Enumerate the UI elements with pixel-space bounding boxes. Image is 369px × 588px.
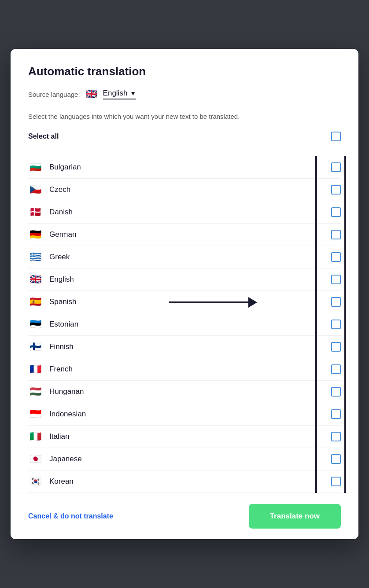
- language-left: 🇮🇩Indonesian: [28, 409, 86, 419]
- language-name: German: [49, 230, 76, 239]
- source-flag-icon: 🇬🇧: [85, 89, 99, 99]
- select-all-label: Select all: [28, 132, 59, 140]
- language-name: Japanese: [49, 455, 82, 463]
- list-item: 🇯🇵Japanese: [28, 448, 341, 470]
- checkbox-hungarian[interactable]: [331, 387, 341, 397]
- checkbox-german[interactable]: [331, 230, 341, 239]
- modal-header: Automatic translation Source language: 🇬…: [11, 49, 358, 156]
- checkbox-finnish[interactable]: [331, 342, 341, 352]
- language-name: Finnish: [49, 342, 74, 351]
- source-language-value: English: [103, 89, 128, 98]
- modal-title: Automatic translation: [28, 65, 341, 78]
- language-list: 🇧🇬Bulgarian🇨🇿Czech🇩🇰Danish🇩🇪German🇬🇷Gree…: [28, 156, 341, 493]
- language-name: Czech: [49, 185, 70, 194]
- flag-icon-bulgarian: 🇧🇬: [28, 162, 42, 172]
- flag-icon-german: 🇩🇪: [28, 230, 42, 239]
- flag-icon-greek: 🇬🇷: [28, 252, 42, 262]
- language-left: 🇰🇷Korean: [28, 477, 74, 486]
- select-all-checkbox[interactable]: [331, 132, 341, 141]
- flag-icon-italian: 🇮🇹: [28, 432, 42, 441]
- language-left: 🇬🇧English: [28, 275, 74, 284]
- language-left: 🇮🇹Italian: [28, 432, 69, 441]
- language-left: 🇫🇮Finnish: [28, 342, 74, 352]
- flag-icon-estonian: 🇪🇪: [28, 320, 42, 329]
- list-item: 🇮🇩Indonesian: [28, 403, 341, 426]
- dropdown-arrow-icon: ▼: [130, 90, 136, 97]
- list-item: 🇭🇺Hungarian: [28, 381, 341, 403]
- list-item: 🇫🇷French: [28, 358, 341, 381]
- checkbox-french[interactable]: [331, 364, 341, 374]
- list-item: 🇪🇸Spanish: [28, 291, 341, 313]
- flag-icon-spanish: 🇪🇸: [28, 297, 42, 307]
- flag-icon-korean: 🇰🇷: [28, 477, 42, 486]
- checkbox-czech[interactable]: [331, 185, 341, 195]
- modal-body: 🇧🇬Bulgarian🇨🇿Czech🇩🇰Danish🇩🇪German🇬🇷Gree…: [11, 156, 358, 493]
- checkbox-english[interactable]: [331, 275, 341, 284]
- modal-dialog: Automatic translation Source language: 🇬…: [11, 49, 358, 539]
- list-item: 🇮🇹Italian: [28, 426, 341, 448]
- list-item: 🇧🇬Bulgarian: [28, 156, 341, 179]
- list-item: 🇩🇪German: [28, 224, 341, 246]
- language-left: 🇪🇪Estonian: [28, 320, 78, 329]
- list-item: 🇬🇷Greek: [28, 246, 341, 268]
- language-name: Indonesian: [49, 410, 86, 419]
- flag-icon-english: 🇬🇧: [28, 275, 42, 284]
- flag-icon-finnish: 🇫🇮: [28, 342, 42, 352]
- language-name: French: [49, 365, 73, 374]
- list-item: 🇪🇪Estonian: [28, 313, 341, 336]
- flag-icon-japanese: 🇯🇵: [28, 454, 42, 464]
- source-language-row: Source language: 🇬🇧 English ▼: [28, 89, 341, 99]
- cancel-button[interactable]: Cancel & do not translate: [28, 509, 113, 524]
- checkbox-danish[interactable]: [331, 207, 341, 217]
- checkbox-indonesian[interactable]: [331, 409, 341, 419]
- list-item: 🇩🇰Danish: [28, 201, 341, 224]
- list-item: 🇰🇷Korean: [28, 470, 341, 493]
- checkbox-korean[interactable]: [331, 477, 341, 486]
- list-item: 🇬🇧English: [28, 268, 341, 291]
- instruction-text: Select the languages into which you want…: [28, 112, 341, 122]
- language-name: Italian: [49, 432, 69, 441]
- checkbox-greek[interactable]: [331, 252, 341, 262]
- flag-icon-hungarian: 🇭🇺: [28, 387, 42, 397]
- checkbox-spanish[interactable]: [331, 297, 341, 307]
- language-name: Hungarian: [49, 387, 84, 396]
- language-left: 🇭🇺Hungarian: [28, 387, 84, 397]
- flag-icon-danish: 🇩🇰: [28, 207, 42, 217]
- list-item: 🇨🇿Czech: [28, 179, 341, 201]
- language-left: 🇩🇪German: [28, 230, 76, 239]
- language-name: Danish: [49, 208, 73, 217]
- language-name: Korean: [49, 477, 74, 486]
- language-left: 🇬🇷Greek: [28, 252, 70, 262]
- source-language-dropdown[interactable]: English ▼: [103, 89, 137, 99]
- list-item: 🇫🇮Finnish: [28, 336, 341, 358]
- language-name: Estonian: [49, 320, 78, 329]
- language-left: 🇩🇰Danish: [28, 207, 73, 217]
- checkbox-bulgarian[interactable]: [331, 162, 341, 172]
- language-left: 🇪🇸Spanish: [28, 297, 76, 307]
- language-name: Bulgarian: [49, 163, 81, 172]
- language-name: Spanish: [49, 298, 76, 306]
- language-left: 🇨🇿Czech: [28, 185, 70, 195]
- language-left: 🇫🇷French: [28, 364, 73, 374]
- checkbox-estonian[interactable]: [331, 320, 341, 329]
- translate-now-button[interactable]: Translate now: [249, 504, 341, 529]
- source-language-label: Source language:: [28, 91, 80, 98]
- flag-icon-french: 🇫🇷: [28, 364, 42, 374]
- language-left: 🇧🇬Bulgarian: [28, 162, 81, 172]
- modal-footer: Cancel & do not translate Translate now: [11, 493, 358, 539]
- checkbox-italian[interactable]: [331, 432, 341, 441]
- language-name: Greek: [49, 253, 70, 261]
- flag-icon-czech: 🇨🇿: [28, 185, 42, 195]
- language-name: English: [49, 275, 74, 284]
- select-all-row: Select all: [28, 129, 341, 144]
- flag-icon-indonesian: 🇮🇩: [28, 409, 42, 419]
- checkbox-japanese[interactable]: [331, 454, 341, 464]
- language-left: 🇯🇵Japanese: [28, 454, 82, 464]
